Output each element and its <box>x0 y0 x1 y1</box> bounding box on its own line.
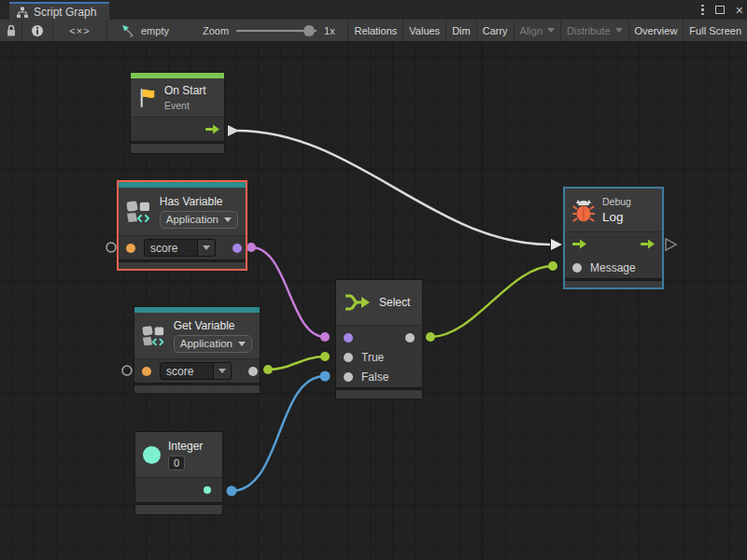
wire-endpoint[interactable] <box>426 332 435 342</box>
dropdown-caret-icon <box>238 342 246 346</box>
wire-endpoint[interactable] <box>320 352 330 361</box>
unconnected-input-port[interactable] <box>106 243 116 252</box>
selection-label: empty <box>141 25 169 36</box>
wire-endpoint[interactable] <box>320 332 330 342</box>
toolbar-buttons: Relations Values Dim Carry Align Distrib… <box>347 20 747 41</box>
lock-button[interactable] <box>0 20 22 41</box>
carry-button[interactable]: Carry <box>476 20 514 41</box>
node-title: Get Variable <box>174 319 252 332</box>
node-footer <box>131 144 224 153</box>
exec-arrow-icon[interactable] <box>641 239 655 249</box>
name-input-port[interactable] <box>126 244 135 253</box>
tab-bar: Script Graph × <box>0 0 747 20</box>
wire-endpoint[interactable] <box>263 365 273 374</box>
lock-icon <box>6 24 17 37</box>
variable-icon <box>126 200 152 224</box>
close-icon[interactable]: × <box>736 6 743 15</box>
port-label: True <box>361 351 384 364</box>
dropdown-caret-icon <box>203 245 210 250</box>
dropdown-caret-icon <box>615 28 623 33</box>
node-surtitle: Debug <box>602 196 631 207</box>
tab-title: Script Graph <box>34 6 96 19</box>
selection-indicator: empty <box>120 20 169 41</box>
exec-output-port-log[interactable] <box>666 239 676 250</box>
bug-icon <box>572 198 595 223</box>
zoom-level: 1x <box>324 25 335 36</box>
node-select[interactable]: Select True False <box>336 280 422 399</box>
code-toggle-icon: <×> <box>69 25 90 36</box>
port-label: False <box>361 371 388 384</box>
code-toggle-button[interactable]: <×> <box>53 20 107 41</box>
exec-arrow-icon[interactable] <box>205 124 219 134</box>
zoom-label: Zoom <box>203 25 229 36</box>
wire-getvariable-to-true <box>268 357 325 370</box>
wire-select-to-message <box>430 266 553 337</box>
variable-name-field[interactable]: score <box>144 239 216 257</box>
exec-input-port-log[interactable] <box>551 239 562 250</box>
node-get-variable[interactable]: Get Variable Application score <box>134 307 260 393</box>
script-graph-window: Script Graph × <×> <box>0 0 747 560</box>
window-controls: × <box>701 0 743 20</box>
flag-icon <box>138 87 157 109</box>
graph-canvas[interactable]: On Start Event <box>0 41 747 560</box>
value-output-port[interactable] <box>248 367 258 376</box>
distribute-button[interactable]: Distribute <box>560 20 627 41</box>
exec-arrow-icon[interactable] <box>572 239 586 249</box>
node-integer[interactable]: Integer <box>135 432 222 514</box>
node-subtitle: Event <box>164 100 206 111</box>
fullscreen-button[interactable]: Full Screen <box>683 20 747 41</box>
node-footer <box>336 390 422 399</box>
node-footer <box>119 262 246 269</box>
node-title: On Start <box>164 84 206 97</box>
menu-icon[interactable] <box>701 5 704 16</box>
variable-scope-dropdown[interactable]: Application <box>174 335 252 353</box>
node-footer <box>565 281 662 287</box>
node-on-start[interactable]: On Start Event <box>131 73 224 153</box>
node-title: Has Variable <box>160 195 238 208</box>
info-button[interactable] <box>22 20 53 41</box>
relations-button[interactable]: Relations <box>347 20 402 41</box>
dropdown-caret-icon <box>218 369 226 373</box>
dropdown-caret-icon <box>224 217 232 222</box>
wire-endpoint[interactable] <box>548 261 557 271</box>
maximize-icon[interactable] <box>715 6 725 14</box>
node-debug-log[interactable]: Debug Log <box>565 189 662 287</box>
node-title: Integer <box>168 440 203 453</box>
info-icon <box>31 24 44 37</box>
message-input-port[interactable] <box>572 263 582 273</box>
pointer-icon <box>120 24 135 37</box>
overview-button[interactable]: Overview <box>628 20 684 41</box>
integer-value-input[interactable] <box>168 455 185 470</box>
dim-button[interactable]: Dim <box>445 20 476 41</box>
port-label: Message <box>590 261 636 274</box>
node-footer <box>135 505 222 514</box>
variable-picker-button[interactable] <box>214 362 232 380</box>
variable-picker-button[interactable] <box>198 239 216 257</box>
name-input-port[interactable] <box>142 367 151 376</box>
values-button[interactable]: Values <box>402 20 445 41</box>
graph-tab-icon <box>17 7 28 18</box>
node-has-variable[interactable]: Has Variable Application score <box>119 182 246 269</box>
result-output-port[interactable] <box>233 244 242 253</box>
true-input-port[interactable] <box>344 353 353 362</box>
wire-endpoint[interactable] <box>247 243 256 252</box>
false-input-port[interactable] <box>344 372 353 382</box>
condition-input-port[interactable] <box>344 333 353 343</box>
unconnected-input-port[interactable] <box>122 366 132 375</box>
variable-name-field[interactable]: score <box>160 362 232 380</box>
node-footer <box>134 385 260 393</box>
align-button[interactable]: Align <box>514 20 560 41</box>
node-title: Select <box>379 296 410 309</box>
tab-script-graph[interactable]: Script Graph <box>9 2 109 20</box>
zoom-control: Zoom 1x <box>203 20 335 41</box>
selection-output-port[interactable] <box>405 333 415 343</box>
exec-output-port-onstart[interactable] <box>228 125 239 136</box>
wire-hasvariable-to-select <box>251 247 325 337</box>
wire-endpoint[interactable] <box>227 486 237 497</box>
variable-icon <box>142 324 166 348</box>
wire-endpoint[interactable] <box>320 371 331 382</box>
variable-scope-dropdown[interactable]: Application <box>160 211 238 229</box>
integer-output-port[interactable] <box>204 486 211 494</box>
zoom-slider[interactable] <box>236 24 317 37</box>
zoom-slider-thumb[interactable] <box>303 25 315 36</box>
